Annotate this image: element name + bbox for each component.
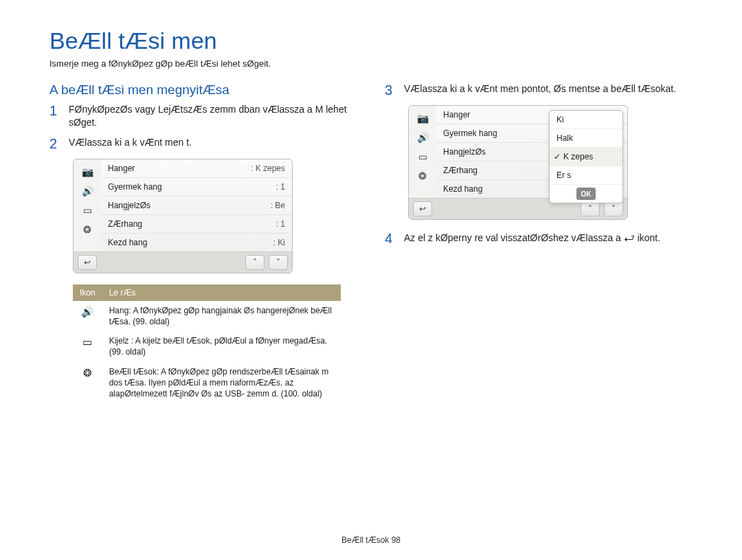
table-row: ▭ Kijelz : A kijelz beÆll tÆsok, pØldÆul… bbox=[73, 331, 341, 361]
col-header-icon: Ikon bbox=[73, 284, 102, 301]
list-item: HangjelzØs: Be bbox=[101, 197, 292, 215]
ok-button[interactable]: OK bbox=[576, 188, 596, 200]
step-number: 4 bbox=[385, 231, 397, 247]
step-2-text: VÆlassza ki a k vÆnt men t. bbox=[69, 136, 192, 152]
list-item: Hanger: K zepes bbox=[101, 159, 292, 178]
step-3-text: VÆlassza ki a k vÆnt men pontot, Øs ment… bbox=[404, 82, 676, 98]
list-item: ZÆrhang: 1 bbox=[101, 215, 292, 234]
volume-popup: Ki Halk K zepes Er s OK bbox=[549, 110, 623, 203]
step-4: 4 Az el z kØperny re val visszatØrØshez … bbox=[385, 231, 693, 247]
list-item: Gyermek hang: 1 bbox=[101, 178, 292, 197]
step-number: 1 bbox=[49, 103, 62, 129]
return-icon: ⮐ bbox=[624, 231, 635, 246]
sound-icon: 🔊 bbox=[74, 181, 101, 201]
sound-icon: 🔊 bbox=[73, 301, 102, 331]
nav-up-button[interactable]: ˄ bbox=[245, 255, 265, 270]
back-button[interactable]: ↩ bbox=[78, 255, 97, 270]
step-1: 1 FØnykØpezØs vagy LejÆtszÆs zemm dban v… bbox=[49, 103, 357, 129]
icon-description-table: Ikon Le rÆs 🔊 Hang: A fØnykØpez gØp hang… bbox=[73, 284, 341, 403]
screen-b: 📷 🔊 ▭ ❂ Hanger Gyermek hang HangjelzØs Z… bbox=[408, 105, 628, 220]
back-button[interactable]: ↩ bbox=[413, 201, 432, 216]
popup-option[interactable]: Er s bbox=[550, 166, 622, 185]
list-item: Kezd hang: Ki bbox=[101, 234, 292, 251]
right-column: 3 VÆlassza ki a k vÆnt men pontot, Øs me… bbox=[385, 82, 693, 403]
table-row: ❂ BeÆll tÆsok: A fØnykØpez gØp rendszerb… bbox=[73, 362, 341, 404]
step-1-text: FØnykØpezØs vagy LejÆtszÆs zemm dban vÆl… bbox=[69, 103, 357, 129]
nav-down-button[interactable]: ˅ bbox=[604, 201, 623, 216]
popup-option[interactable]: Ki bbox=[550, 111, 622, 129]
display-icon: ▭ bbox=[74, 201, 101, 220]
sound-icon: 🔊 bbox=[409, 128, 436, 147]
nav-down-button[interactable]: ˅ bbox=[269, 255, 288, 270]
step-2: 2 VÆlassza ki a k vÆnt men t. bbox=[49, 136, 357, 152]
table-row: 🔊 Hang: A fØnykØpez gØp hangjainak Øs ha… bbox=[73, 301, 341, 331]
display-icon: ▭ bbox=[409, 147, 436, 166]
desc-settings: BeÆll tÆsok: A fØnykØpez gØp rendszerbeÆ… bbox=[102, 362, 341, 404]
popup-option[interactable]: Halk bbox=[550, 129, 622, 148]
left-column: A beÆll tÆsi men megnyitÆsa 1 FØnykØpezØ… bbox=[49, 82, 357, 403]
display-icon: ▭ bbox=[73, 331, 102, 361]
page-title: BeÆll tÆsi men bbox=[49, 27, 693, 54]
gear-icon: ❂ bbox=[409, 166, 436, 186]
intro-text: Ismerje meg a fØnykØpez gØp beÆll tÆsi l… bbox=[49, 58, 693, 69]
screen-a-rows: Hanger: K zepes Gyermek hang: 1 Hangjelz… bbox=[101, 159, 292, 251]
desc-sound: Hang: A fØnykØpez gØp hangjainak Øs hang… bbox=[102, 301, 341, 331]
nav-up-button[interactable]: ˄ bbox=[581, 201, 600, 216]
screen-a-footer: ↩ ˄ ˅ bbox=[74, 251, 292, 273]
settings-icon: ❂ bbox=[73, 362, 102, 404]
section-subhead: A beÆll tÆsi men megnyitÆsa bbox=[49, 82, 357, 98]
camera-icon: 📷 bbox=[74, 162, 101, 181]
gear-icon: ❂ bbox=[74, 220, 101, 239]
camera-icon: 📷 bbox=[409, 109, 436, 128]
popup-option-selected[interactable]: K zepes bbox=[550, 148, 622, 166]
desc-display: Kijelz : A kijelz beÆll tÆsok, pØldÆul a… bbox=[102, 331, 341, 361]
step-number: 2 bbox=[49, 136, 62, 152]
screen-b-iconbar: 📷 🔊 ▭ ❂ bbox=[409, 106, 436, 198]
popup-ok-row: OK bbox=[550, 185, 622, 203]
col-header-desc: Le rÆs bbox=[102, 284, 341, 301]
screen-a-iconbar: 📷 🔊 ▭ ❂ bbox=[74, 159, 101, 251]
step-4-text: Az el z kØperny re val visszatØrØshez vÆ… bbox=[404, 231, 660, 247]
screen-a: 📷 🔊 ▭ ❂ Hanger: K zepes Gyermek hang: 1 … bbox=[73, 159, 293, 273]
page-footer: BeÆll tÆsok 98 bbox=[0, 535, 742, 545]
step-number: 3 bbox=[385, 82, 397, 98]
step-3: 3 VÆlassza ki a k vÆnt men pontot, Øs me… bbox=[385, 82, 693, 98]
